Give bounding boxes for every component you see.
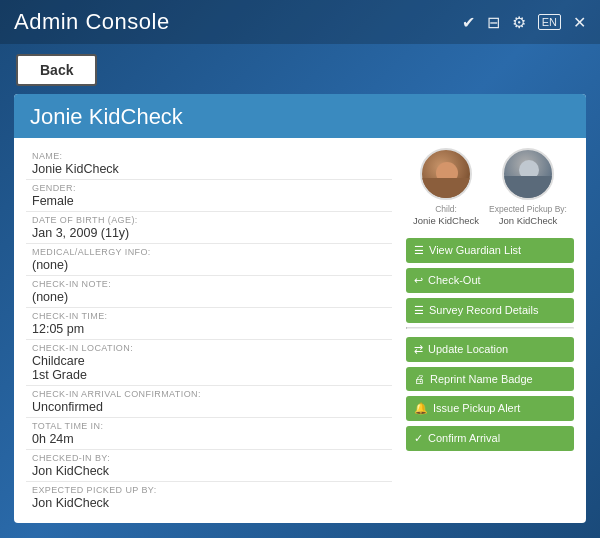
value-name: Jonie KidCheck: [32, 162, 386, 176]
main-card: Jonie KidCheck NAME: Jonie KidCheck GEND…: [14, 94, 586, 523]
survey-record-button[interactable]: ☰ Survey Record Details: [406, 298, 574, 323]
pickup-avatar-item: Expected Pickup By: Jon KidCheck: [489, 148, 567, 228]
alert-icon: 🔔: [414, 402, 428, 415]
detail-total-time: TOTAL TIME IN: 0h 24m: [26, 418, 392, 450]
value-expected-pickup: Jon KidCheck: [32, 496, 386, 510]
label-dob: DATE OF BIRTH (AGE):: [32, 215, 386, 225]
value-arrival: Unconfirmed: [32, 400, 386, 414]
check-out-label: Check-Out: [428, 274, 481, 286]
header: Admin Console ✔ ⊟ ⚙ EN ✕: [0, 0, 600, 44]
reprint-badge-label: Reprint Name Badge: [430, 373, 533, 385]
pickup-name: Jon KidCheck: [499, 215, 558, 226]
detail-checkedin-by: CHECKED-IN BY: Jon KidCheck: [26, 450, 392, 482]
label-checkin-location: CHECK-IN LOCATION:: [32, 343, 386, 353]
checkout-icon: ↩: [414, 274, 423, 287]
label-expected-pickup: EXPECTED PICKED UP BY:: [32, 485, 386, 495]
value-gender: Female: [32, 194, 386, 208]
card-header: Jonie KidCheck: [14, 94, 586, 138]
confirm-icon: ✓: [414, 432, 423, 445]
detail-checkin-location: CHECK-IN LOCATION: Childcare1st Grade: [26, 340, 392, 386]
detail-name: NAME: Jonie KidCheck: [26, 148, 392, 180]
list-icon: ☰: [414, 244, 424, 257]
survey-icon: ☰: [414, 304, 424, 317]
value-total-time: 0h 24m: [32, 432, 386, 446]
close-icon[interactable]: ✕: [573, 13, 586, 32]
card-title: Jonie KidCheck: [30, 104, 183, 129]
confirm-arrival-label: Confirm Arrival: [428, 432, 500, 444]
detail-medical: MEDICAL/ALLERGY INFO: (none): [26, 244, 392, 276]
header-icons: ✔ ⊟ ⚙ EN ✕: [462, 13, 586, 32]
label-gender: GENDER:: [32, 183, 386, 193]
view-guardian-list-label: View Guardian List: [429, 244, 521, 256]
child-name: Jonie KidCheck: [413, 215, 479, 226]
label-medical: MEDICAL/ALLERGY INFO:: [32, 247, 386, 257]
pickup-label: Expected Pickup By:: [489, 204, 567, 214]
view-guardian-list-button[interactable]: ☰ View Guardian List: [406, 238, 574, 263]
value-checkin-location: Childcare1st Grade: [32, 354, 386, 382]
primary-action-buttons: ☰ View Guardian List ↩ Check-Out ☰ Surve…: [406, 238, 574, 323]
language-badge[interactable]: EN: [538, 14, 561, 30]
detail-expected-pickup: EXPECTED PICKED UP BY: Jon KidCheck: [26, 482, 392, 513]
pickup-alert-button[interactable]: 🔔 Issue Pickup Alert: [406, 396, 574, 421]
back-button[interactable]: Back: [16, 54, 97, 86]
label-checkin-note: CHECK-IN NOTE:: [32, 279, 386, 289]
card-body: NAME: Jonie KidCheck GENDER: Female DATE…: [14, 138, 586, 523]
location-icon: ⇄: [414, 343, 423, 356]
child-avatar: [420, 148, 472, 200]
secondary-action-buttons: ⇄ Update Location 🖨 Reprint Name Badge 🔔…: [406, 337, 574, 451]
pickup-caption: Expected Pickup By: Jon KidCheck: [489, 203, 567, 228]
label-name: NAME:: [32, 151, 386, 161]
detail-dob: DATE OF BIRTH (AGE): Jan 3, 2009 (11y): [26, 212, 392, 244]
pickup-avatar: [502, 148, 554, 200]
confirm-arrival-button[interactable]: ✓ Confirm Arrival: [406, 426, 574, 451]
update-location-label: Update Location: [428, 343, 508, 355]
gear-icon[interactable]: ⚙: [512, 13, 526, 32]
back-area: Back: [0, 44, 600, 94]
child-avatar-item: Child: Jonie KidCheck: [413, 148, 479, 228]
check-out-button[interactable]: ↩ Check-Out: [406, 268, 574, 293]
value-checkedin-by: Jon KidCheck: [32, 464, 386, 478]
label-checkedin-by: CHECKED-IN BY:: [32, 453, 386, 463]
print-icon: 🖨: [414, 373, 425, 385]
value-checkin-time: 12:05 pm: [32, 322, 386, 336]
avatars-row: Child: Jonie KidCheck Expected Pickup By…: [413, 148, 567, 228]
pickup-alert-label: Issue Pickup Alert: [433, 402, 520, 414]
button-divider: [406, 327, 574, 329]
app-title: Admin Console: [14, 9, 170, 35]
detail-arrival: CHECK-IN ARRIVAL CONFIRMATION: Unconfirm…: [26, 386, 392, 418]
right-panel: Child: Jonie KidCheck Expected Pickup By…: [406, 148, 574, 513]
id-card-icon[interactable]: ⊟: [487, 13, 500, 32]
value-medical: (none): [32, 258, 386, 272]
detail-checkin-note: CHECK-IN NOTE: (none): [26, 276, 392, 308]
survey-record-label: Survey Record Details: [429, 304, 538, 316]
check-icon[interactable]: ✔: [462, 13, 475, 32]
value-dob: Jan 3, 2009 (11y): [32, 226, 386, 240]
label-total-time: TOTAL TIME IN:: [32, 421, 386, 431]
child-caption: Child: Jonie KidCheck: [413, 203, 479, 228]
label-arrival: CHECK-IN ARRIVAL CONFIRMATION:: [32, 389, 386, 399]
label-checkin-time: CHECK-IN TIME:: [32, 311, 386, 321]
detail-checkin-time: CHECK-IN TIME: 12:05 pm: [26, 308, 392, 340]
value-checkin-note: (none): [32, 290, 386, 304]
reprint-badge-button[interactable]: 🖨 Reprint Name Badge: [406, 367, 574, 391]
update-location-button[interactable]: ⇄ Update Location: [406, 337, 574, 362]
detail-gender: GENDER: Female: [26, 180, 392, 212]
details-table: NAME: Jonie KidCheck GENDER: Female DATE…: [26, 148, 392, 513]
child-label: Child:: [435, 204, 457, 214]
